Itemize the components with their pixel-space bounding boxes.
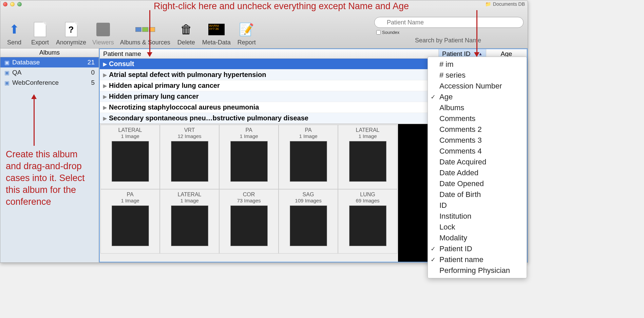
menu-item-patient-id[interactable]: ✓Patient ID <box>428 243 527 254</box>
soundex-label: Soundex <box>382 30 399 35</box>
sidebar-item-label: QA <box>12 69 21 76</box>
menu-item-label: Patient ID <box>439 244 472 253</box>
thumb-subtitle: 1 Image <box>358 133 377 139</box>
thumbnail[interactable]: PA1 Image <box>279 125 338 189</box>
cell-name: ▶Atrial septal defect with pulmonary hyp… <box>100 71 439 79</box>
thumb-image <box>230 141 268 182</box>
anonymize-button[interactable]: ? Anonymize <box>56 21 86 46</box>
albums-sources-button[interactable]: Albums & Sources <box>120 21 170 46</box>
menu-item-lock[interactable]: Lock <box>428 222 527 233</box>
thumb-subtitle: 1 Image <box>121 198 139 203</box>
thumbnail[interactable]: LATERAL1 Image <box>338 125 397 189</box>
menu-item-modality[interactable]: Modality <box>428 233 527 243</box>
column-context-menu[interactable]: # im# seriesAccession Number✓AgeAlbumsCo… <box>428 57 527 278</box>
annotation-arrow-album <box>34 95 35 146</box>
metadata-button[interactable]: WARNIAY7:36 Meta-Data <box>202 21 231 46</box>
sidebar-item-database[interactable]: ▣Database21 <box>0 57 99 67</box>
thumb-image <box>112 205 149 246</box>
menu-item-institution[interactable]: Institution <box>428 211 527 222</box>
sidebar-header: Albums <box>0 48 99 57</box>
disclosure-icon[interactable]: ▶ <box>103 72 107 78</box>
menu-item-albums[interactable]: Albums <box>428 102 527 113</box>
disclosure-icon[interactable]: ▶ <box>103 105 107 110</box>
check-icon: ✓ <box>431 245 436 253</box>
menu-item-label: Date of Birth <box>439 190 481 199</box>
menu-item-label: Patient name <box>439 255 484 264</box>
menu-item-accession-number[interactable]: Accession Number <box>428 81 527 92</box>
viewers-button[interactable]: Viewers <box>92 21 114 46</box>
sidebar-item-count: 0 <box>91 69 95 76</box>
menu-item-label: Accession Number <box>439 82 502 91</box>
cell-name: ▶Necrotizing staphyloccocal aureus pneum… <box>100 103 439 111</box>
thumbnail[interactable]: SAG109 Images <box>279 189 338 254</box>
disclosure-icon[interactable]: ▶ <box>103 94 107 99</box>
close-window-button[interactable] <box>3 2 7 6</box>
menu-item-age[interactable]: ✓Age <box>428 92 527 102</box>
thumbnail[interactable]: LUNG69 Images <box>338 189 397 254</box>
thumbnail[interactable]: PA1 Image <box>100 189 160 254</box>
cell-name: ▶Hidden apical primary lung cancer <box>100 82 439 90</box>
search-input[interactable] <box>374 17 524 28</box>
menu-item-label: Comments <box>439 114 475 123</box>
thumb-title: LATERAL <box>178 192 202 198</box>
menu-item-label: Date Added <box>439 168 478 177</box>
disclosure-icon[interactable]: ▶ <box>103 83 107 88</box>
menu-item-patient-name[interactable]: ✓Patient name <box>428 254 527 265</box>
sidebar-item-label: Database <box>12 59 40 66</box>
menu-item-date-opened[interactable]: Date Opened <box>428 178 527 189</box>
thumbnail[interactable]: COR73 Images <box>219 189 279 254</box>
thumb-subtitle: 1 Image <box>121 133 139 139</box>
thumbnail[interactable]: PA1 Image <box>219 125 279 189</box>
disclosure-icon[interactable]: ▶ <box>103 61 107 67</box>
menu-item-date-acquired[interactable]: Date Acquired <box>428 157 527 167</box>
search-by-label: Search by Patient Name <box>374 37 481 44</box>
thumb-image <box>349 205 386 246</box>
report-button[interactable]: 📝 Report <box>237 21 257 46</box>
soundex-input[interactable] <box>376 30 381 35</box>
disclosure-icon[interactable]: ▶ <box>103 116 107 121</box>
search-area: 🔍▾ Soundex Search by Patient Name <box>374 17 524 44</box>
export-button[interactable]: Export <box>30 21 50 46</box>
menu-item--series[interactable]: # series <box>428 70 527 81</box>
menu-item-id[interactable]: ID <box>428 200 527 211</box>
report-icon: 📝 <box>239 21 255 38</box>
report-label: Report <box>238 39 256 46</box>
thumb-image <box>171 205 208 246</box>
thumb-title: PA <box>305 127 311 133</box>
menu-item-comments-2[interactable]: Comments 2 <box>428 124 527 135</box>
menu-item-performing-physician[interactable]: Performing Physician <box>428 265 527 276</box>
folder-icon: ▣ <box>4 69 10 76</box>
zoom-window-button[interactable] <box>17 2 22 6</box>
minimize-window-button[interactable] <box>10 2 15 6</box>
send-label: Send <box>7 39 21 46</box>
thumb-subtitle: 73 Images <box>237 198 261 203</box>
thumb-image <box>290 205 327 246</box>
thumb-image <box>290 141 327 182</box>
menu-item-date-added[interactable]: Date Added <box>428 167 527 178</box>
menu-item-label: ID <box>439 201 447 210</box>
cell-name: ▶Hidden primary lung cancer <box>100 93 439 100</box>
menu-item-comments-4[interactable]: Comments 4 <box>428 146 527 157</box>
menu-item-comments-3[interactable]: Comments 3 <box>428 135 527 146</box>
thumb-image <box>349 141 386 182</box>
menu-item-label: Albums <box>439 103 464 112</box>
sidebar-item-qa[interactable]: ▣QA0 <box>0 67 99 78</box>
menu-item-comments[interactable]: Comments <box>428 113 527 124</box>
menu-item--im[interactable]: # im <box>428 59 527 70</box>
albums-sources-label: Albums & Sources <box>120 39 170 46</box>
delete-button[interactable]: 🗑 Delete <box>176 21 196 46</box>
check-icon: ✓ <box>431 93 436 101</box>
menu-item-label: Date Acquired <box>439 158 486 166</box>
menu-item-date-of-birth[interactable]: Date of Birth <box>428 189 527 200</box>
thumbnail[interactable]: LATERAL1 Image <box>100 125 160 189</box>
question-icon: ? <box>63 21 79 38</box>
thumb-subtitle: 1 Image <box>299 133 317 139</box>
thumbnail[interactable]: LATERAL1 Image <box>160 189 219 254</box>
sidebar-item-webconference[interactable]: ▣WebConference5 <box>0 78 99 88</box>
send-button[interactable]: ⬆ Send <box>4 21 24 46</box>
thumb-subtitle: 12 Images <box>177 133 201 139</box>
titlebar-document-label: Documents DB <box>493 1 525 7</box>
soundex-checkbox[interactable]: Soundex <box>374 30 399 35</box>
thumbnail[interactable]: VRT12 Images <box>160 125 219 189</box>
folder-icon: 📁 <box>485 1 491 7</box>
